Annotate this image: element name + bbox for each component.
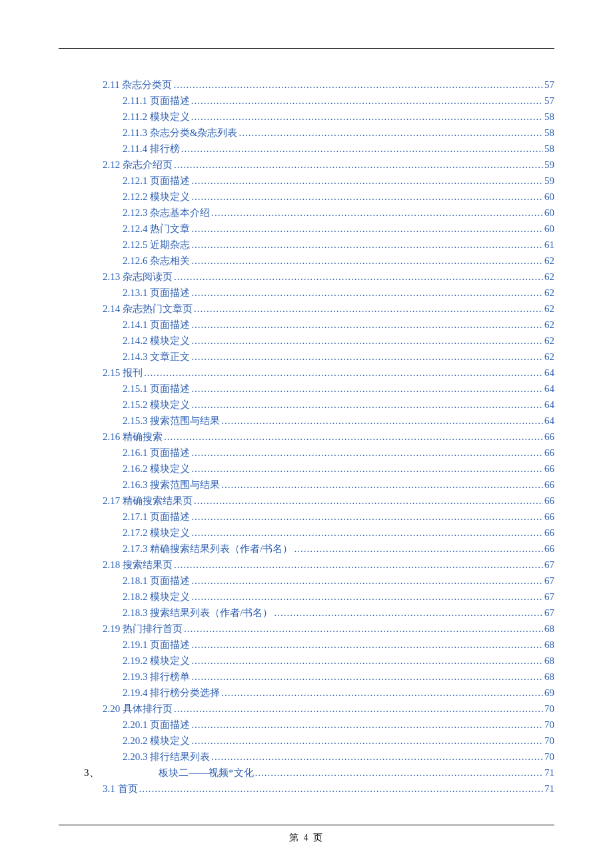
toc-entry: 2.12.2 模块定义60	[84, 189, 554, 205]
toc-entry-label[interactable]: 2.20.1 页面描述	[123, 717, 190, 733]
toc-leader-dots	[191, 733, 543, 749]
toc-entry: 2.18.1 页面描述67	[84, 573, 554, 589]
toc-entry-label[interactable]: 2.12.5 近期杂志	[123, 237, 190, 253]
toc-entry-label[interactable]: 2.16.1 页面描述	[123, 445, 190, 461]
toc-leader-dots	[191, 93, 543, 109]
toc-entry-label[interactable]: 2.11 杂志分类页	[103, 77, 172, 93]
toc-entry-label[interactable]: 2.19.4 排行榜分类选择	[123, 685, 220, 701]
toc-entry-label[interactable]: 2.19.2 模块定义	[123, 653, 190, 669]
toc-leader-dots	[194, 493, 543, 509]
toc-leader-dots	[191, 189, 543, 205]
toc-entry-label[interactable]: 2.14 杂志热门文章页	[103, 301, 193, 317]
toc-leader-dots	[191, 173, 543, 189]
toc-leader-dots	[191, 461, 543, 477]
toc-entry-label[interactable]: 2.19.3 排行榜单	[123, 669, 190, 685]
toc-entry-label[interactable]: 2.16.2 模块定义	[123, 461, 190, 477]
toc-entry-label[interactable]: 2.18.2 模块定义	[123, 589, 190, 605]
toc-entry-label[interactable]: 2.18.3 搜索结果列表（作者/书名）	[123, 605, 273, 621]
toc-leader-dots	[144, 365, 543, 381]
toc-leader-dots	[191, 589, 543, 605]
toc-entry-label[interactable]: 2.18.1 页面描述	[123, 573, 190, 589]
toc-entry: 2.13 杂志阅读页62	[84, 269, 554, 285]
toc-page-number: 68	[544, 637, 554, 653]
toc-entry: 2.19.1 页面描述68	[84, 637, 554, 653]
toc-entry-label[interactable]: 2.12.4 热门文章	[123, 221, 190, 237]
toc-leader-dots	[191, 349, 543, 365]
toc-entry-label[interactable]: 2.13 杂志阅读页	[103, 269, 173, 285]
toc-entry-label[interactable]: 2.18 搜索结果页	[103, 557, 173, 573]
toc-page-number: 62	[544, 269, 554, 285]
toc-entry-label[interactable]: 2.15 报刊	[103, 365, 143, 381]
toc-leader-dots	[191, 669, 543, 685]
toc-page-number: 62	[544, 253, 554, 269]
toc-page-number: 70	[544, 733, 554, 749]
toc-entry: 2.18.3 搜索结果列表（作者/书名）67	[84, 605, 554, 621]
toc-entry: 2.12.4 热门文章60	[84, 221, 554, 237]
toc-entry: 2.16 精确搜索66	[84, 429, 554, 445]
toc-page-number: 59	[544, 173, 554, 189]
toc-leader-dots	[181, 141, 543, 157]
toc-entry-label[interactable]: 2.19 热门排行首页	[103, 621, 183, 637]
toc-entry-label[interactable]: 2.12.2 模块定义	[123, 189, 190, 205]
toc-leader-dots	[191, 253, 543, 269]
toc-entry-label[interactable]: 2.12 杂志介绍页	[103, 157, 173, 173]
document-page: 2.11 杂志分类页572.11.1 页面描述572.11.2 模块定义582.…	[0, 0, 613, 868]
toc-leader-dots	[173, 77, 543, 93]
toc-entry-label[interactable]: 2.17.3 精确搜索结果列表（作者/书名）	[123, 541, 293, 557]
toc-page-number: 64	[544, 365, 554, 381]
toc-entry: 2.14.3 文章正文62	[84, 349, 554, 365]
table-of-contents: 2.11 杂志分类页572.11.1 页面描述572.11.2 模块定义582.…	[59, 77, 554, 797]
toc-entry-label[interactable]: 2.15.3 搜索范围与结果	[123, 413, 220, 429]
toc-entry: 2.14.2 模块定义62	[84, 333, 554, 349]
toc-leader-dots	[294, 541, 543, 557]
toc-entry: 2.12.1 页面描述59	[84, 173, 554, 189]
toc-entry-label[interactable]: 3.1 首页	[103, 781, 138, 797]
toc-leader-dots	[194, 301, 543, 317]
toc-entry: 2.14 杂志热门文章页62	[84, 301, 554, 317]
toc-entry: 2.20.2 模块定义70	[84, 733, 554, 749]
toc-entry-label[interactable]: 2.14.1 页面描述	[123, 317, 190, 333]
toc-chapter-title[interactable]: 板块二——视频*文化	[159, 765, 254, 781]
toc-entry-label[interactable]: 2.17.1 页面描述	[123, 509, 190, 525]
toc-entry-label[interactable]: 2.20 具体排行页	[103, 701, 173, 717]
toc-page-number: 70	[544, 717, 554, 733]
toc-leader-dots	[174, 701, 543, 717]
toc-entry: 2.12.5 近期杂志61	[84, 237, 554, 253]
toc-page-number: 68	[544, 669, 554, 685]
toc-entry-label[interactable]: 2.12.1 页面描述	[123, 173, 190, 189]
toc-entry-label[interactable]: 2.19.1 页面描述	[123, 637, 190, 653]
toc-entry: 2.20.3 排行结果列表70	[84, 749, 554, 765]
toc-entry: 2.11.3 杂志分类&杂志列表58	[84, 125, 554, 141]
toc-entry: 2.20.1 页面描述70	[84, 717, 554, 733]
toc-entry-label[interactable]: 2.20.3 排行结果列表	[123, 749, 210, 765]
toc-leader-dots	[184, 621, 543, 637]
toc-page-number: 71	[544, 781, 554, 797]
toc-entry-label[interactable]: 2.16.3 搜索范围与结果	[123, 477, 220, 493]
toc-entry-label[interactable]: 2.11.4 排行榜	[123, 141, 180, 157]
toc-entry-label[interactable]: 2.16 精确搜索	[103, 429, 163, 445]
toc-entry-label[interactable]: 2.12.3 杂志基本介绍	[123, 205, 210, 221]
toc-page-number: 64	[544, 381, 554, 397]
toc-entry: 2.15.3 搜索范围与结果64	[84, 413, 554, 429]
toc-entry-label[interactable]: 2.11.2 模块定义	[123, 109, 190, 125]
toc-entry: 2.19.3 排行榜单68	[84, 669, 554, 685]
toc-entry-label[interactable]: 2.20.2 模块定义	[123, 733, 190, 749]
toc-leader-dots	[191, 509, 543, 525]
toc-entry: 2.16.2 模块定义66	[84, 461, 554, 477]
toc-page-number: 64	[544, 397, 554, 413]
toc-page-number: 59	[544, 157, 554, 173]
toc-entry-label[interactable]: 2.17.2 模块定义	[123, 525, 190, 541]
toc-entry-label[interactable]: 2.17 精确搜索结果页	[103, 493, 193, 509]
toc-entry-label[interactable]: 2.13.1 页面描述	[123, 285, 190, 301]
toc-entry-label[interactable]: 2.15.2 模块定义	[123, 397, 190, 413]
toc-entry-label[interactable]: 2.14.2 模块定义	[123, 333, 190, 349]
toc-entry-label[interactable]: 2.12.6 杂志相关	[123, 253, 190, 269]
toc-entry-label[interactable]: 2.11.3 杂志分类&杂志列表	[123, 125, 237, 141]
toc-entry-label[interactable]: 2.15.1 页面描述	[123, 381, 190, 397]
toc-leader-dots	[191, 397, 543, 413]
toc-entry-label[interactable]: 2.14.3 文章正文	[123, 349, 190, 365]
toc-entry: 2.18 搜索结果页67	[84, 557, 554, 573]
toc-entry: 2.17 精确搜索结果页66	[84, 493, 554, 509]
toc-entry: 2.11 杂志分类页57	[84, 77, 554, 93]
toc-entry-label[interactable]: 2.11.1 页面描述	[123, 93, 190, 109]
